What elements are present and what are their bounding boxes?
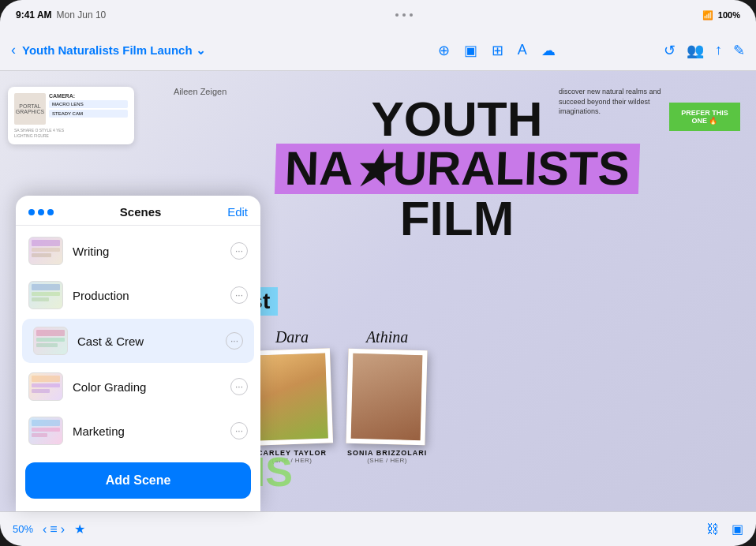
scene-name-cast: Cast & Crew xyxy=(77,335,216,348)
scene-name-color: Color Grading xyxy=(73,380,221,394)
dot-3 xyxy=(410,13,413,17)
handle-dot-2 xyxy=(38,209,44,215)
share-icon[interactable]: ↑ xyxy=(715,42,722,58)
bottom-bar: 50% ‹ ≡ › ★ ⛓ ▣ xyxy=(0,511,756,546)
edit-icon[interactable]: ✎ xyxy=(733,42,745,59)
photo-frame-3 xyxy=(346,349,427,446)
title-caret: ⌄ xyxy=(196,43,206,58)
status-center xyxy=(395,13,413,17)
toolbar-left: ‹ Youth Naturalists Film Launch ⌄ xyxy=(11,42,330,58)
toolbar: ‹ Youth Naturalists Film Launch ⌄ ⊕ ▣ ⊞ … xyxy=(0,30,756,71)
bottom-right: ⛓ ▣ xyxy=(706,522,743,537)
scene-item-marketing[interactable]: Marketing ··· xyxy=(17,409,259,453)
title-youth: YOUTH xyxy=(182,95,732,144)
scenes-panel: Scenes Edit Writing ··· xyxy=(16,196,260,511)
scene-thumb-marketing xyxy=(28,417,63,445)
scene-thumb-writing xyxy=(28,237,63,265)
scenes-edit-button[interactable]: Edit xyxy=(227,205,248,219)
add-scene-button[interactable]: Add Scene xyxy=(25,462,251,499)
cast-signature-2: Dara xyxy=(253,328,331,346)
cast-pronoun-3: (SHE / HER) xyxy=(347,457,427,464)
text-icon[interactable]: A xyxy=(518,42,527,59)
table-icon[interactable]: ▣ xyxy=(464,42,477,59)
zoom-level[interactable]: 50% xyxy=(13,523,33,535)
ipad-frame: 9:41 AM Mon Jun 10 ︎📶 100% ‹ Youth Natur… xyxy=(0,0,756,546)
handle-dot-3 xyxy=(47,209,54,215)
status-bar: 9:41 AM Mon Jun 10 ︎📶 100% xyxy=(0,0,756,30)
scene-name-production: Production xyxy=(73,289,221,302)
battery-display: 100% xyxy=(718,10,740,20)
share-people-icon[interactable]: 👥 xyxy=(687,42,704,59)
scene-item-production[interactable]: Production ··· xyxy=(17,273,259,317)
sticky-note: PREFER THIS ONE 🔥 xyxy=(669,103,740,131)
grid-icon[interactable]: ⊞ xyxy=(492,42,503,59)
photo-bg-2 xyxy=(256,353,328,440)
view-mode-icon[interactable]: ▣ xyxy=(732,522,743,537)
insert-icon[interactable]: ⊕ xyxy=(438,42,450,59)
cast-name-3: SONIA BRIZZOLARI xyxy=(347,449,427,457)
scene-more-production[interactable]: ··· xyxy=(230,286,248,304)
scene-list: Writing ··· Production ··· xyxy=(16,226,260,456)
title-film: FILM xyxy=(182,194,732,243)
bottom-left: 50% ‹ ≡ › ★ xyxy=(13,522,85,537)
panel-handle xyxy=(28,209,54,215)
scene-more-marketing[interactable]: ··· xyxy=(230,422,248,439)
title-naturalists: NA★URALISTS xyxy=(275,144,640,194)
scene-name-writing: Writing xyxy=(73,245,221,258)
cast-signature-3: Athina xyxy=(347,328,427,346)
nav-list-button[interactable]: ≡ xyxy=(50,522,57,537)
scene-item-color-grading[interactable]: Color Grading ··· xyxy=(17,365,259,409)
time-display: 9:41 AM xyxy=(16,9,52,21)
scene-more-cast[interactable]: ··· xyxy=(226,332,243,350)
sidebar-preview-card: PORTAL GRAPHICS CAMERA: MACRO LENS STEAD… xyxy=(8,87,134,144)
cast-photo-2: Dara CARLEY TAYLOR (SHE / HER) xyxy=(253,328,331,464)
scene-thumb-cast xyxy=(33,327,68,355)
sticky-note-text: PREFER THIS ONE 🔥 xyxy=(676,109,734,125)
undo-icon[interactable]: ↺ xyxy=(664,42,676,59)
scene-name-marketing: Marketing xyxy=(73,424,221,438)
title-text: Youth Naturalists Film Launch xyxy=(22,43,193,57)
link-icon[interactable]: ⛓ xyxy=(706,522,719,537)
dot-1 xyxy=(395,13,399,17)
scene-item-writing[interactable]: Writing ··· xyxy=(17,229,259,273)
status-right: ︎📶 100% xyxy=(702,10,740,21)
back-button[interactable]: ‹ xyxy=(11,42,16,58)
scenes-title: Scenes xyxy=(120,205,162,219)
scene-item-cast-crew[interactable]: Cast & Crew ··· xyxy=(22,319,254,363)
scene-thumb-color xyxy=(28,372,63,401)
dot-2 xyxy=(402,13,406,17)
wifi-icon: ︎📶 xyxy=(702,10,713,21)
nav-next-button[interactable]: › xyxy=(61,522,65,537)
status-left: 9:41 AM Mon Jun 10 xyxy=(16,9,106,21)
cloud-icon[interactable]: ☁ xyxy=(541,42,556,59)
nav-arrows: ‹ ≡ › xyxy=(43,522,65,537)
date-display: Mon Jun 10 xyxy=(57,9,107,21)
title-area: YOUTH NA★URALISTS FILM xyxy=(182,95,732,243)
scene-more-color[interactable]: ··· xyxy=(230,378,248,395)
scene-more-writing[interactable]: ··· xyxy=(230,242,248,260)
photo-frame-2 xyxy=(251,348,333,445)
toolbar-center: ⊕ ▣ ⊞ A ☁ xyxy=(338,42,657,59)
photo-bg-3 xyxy=(351,353,423,440)
main-area: Aileen Zeigen discover new natural realm… xyxy=(0,71,756,511)
handle-dot-1 xyxy=(28,209,35,215)
nav-prev-button[interactable]: ‹ xyxy=(43,522,47,537)
document-title[interactable]: Youth Naturalists Film Launch ⌄ xyxy=(22,43,206,58)
cast-photo-3: Athina SONIA BRIZZOLARI (SHE / HER) xyxy=(347,328,427,464)
toolbar-right: ↺ 👥 ↑ ✎ xyxy=(664,42,745,59)
scenes-header: Scenes Edit xyxy=(16,196,260,226)
star-button[interactable]: ★ xyxy=(74,522,85,537)
scene-thumb-production xyxy=(28,281,63,309)
